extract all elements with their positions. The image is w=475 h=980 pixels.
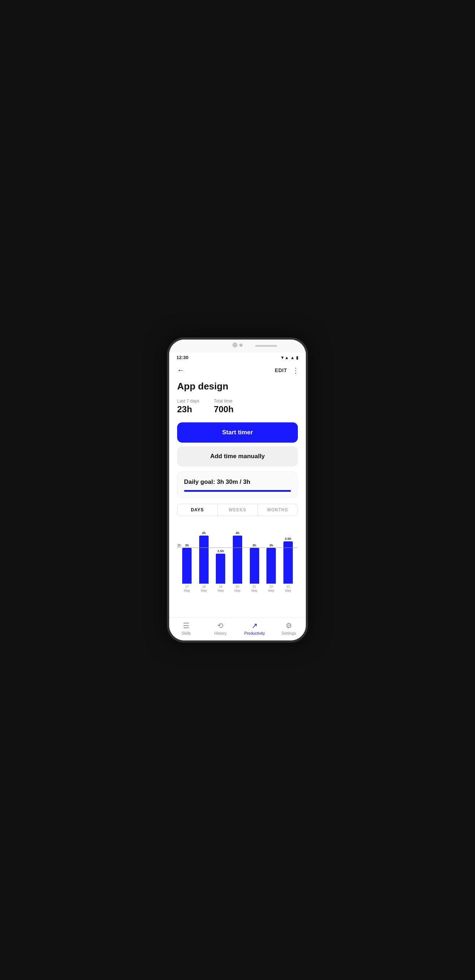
phone-top-bar <box>169 340 306 353</box>
edit-button[interactable]: EDIT <box>275 368 287 373</box>
bar-column: 3h17May <box>179 526 195 593</box>
bar-value-label: 3h <box>269 544 273 547</box>
skills-icon: ☰ <box>183 621 189 630</box>
header-actions: EDIT ⋮ <box>275 366 299 375</box>
nav-item-productivity[interactable]: ↗ Productivity <box>237 620 272 637</box>
add-time-manually-button[interactable]: Add time manually <box>177 446 298 466</box>
battery-icon: ▮ <box>296 355 299 360</box>
settings-icon: ⚙ <box>286 621 292 630</box>
bar-value-label: 4h <box>236 531 240 535</box>
content-area: App design Last 7 days 23h Total time 70… <box>169 377 306 617</box>
bar-date-label: 22May <box>268 585 274 593</box>
productivity-icon: ↗ <box>252 621 258 630</box>
camera-circle <box>232 342 237 347</box>
nav-item-history[interactable]: ⟲ History <box>203 620 238 637</box>
bar-column: 3.5h23May <box>280 526 296 593</box>
productivity-label: Productivity <box>245 631 265 635</box>
nav-item-skills[interactable]: ☰ Skills <box>169 620 203 637</box>
bar-rect <box>250 548 259 584</box>
signal-icon: ▲ <box>290 355 295 360</box>
bar-column: 2.5h19May <box>212 526 229 593</box>
bar-date-label: 20May <box>235 585 241 593</box>
bar-rect <box>199 536 208 584</box>
status-bar: 12:30 ▼▲ ▲ ▮ <box>169 353 306 362</box>
daily-goal-card: Daily goal: 3h 30m / 3h <box>177 472 298 498</box>
chart-goal-line: 3h <box>177 547 298 548</box>
camera-dot <box>239 344 243 347</box>
goal-progress-bar-fill <box>184 490 291 492</box>
bar-rect <box>267 548 276 584</box>
tab-months[interactable]: MONTHS <box>258 504 297 515</box>
skills-label: Skills <box>181 631 191 635</box>
top-pill <box>255 345 277 347</box>
total-time-stat: Total time 700h <box>214 399 234 414</box>
settings-label: Settings <box>281 631 296 635</box>
total-time-value: 700h <box>214 404 234 414</box>
chart-tabs: DAYS WEEKS MONTHS <box>177 504 298 516</box>
bar-rect <box>233 536 242 584</box>
status-icons: ▼▲ ▲ ▮ <box>280 355 299 360</box>
camera-area <box>232 342 243 347</box>
status-time: 12:30 <box>176 355 188 360</box>
bar-chart: 3h 3h17May4h18May2.5h19May4h20May3h21May… <box>177 520 298 593</box>
more-options-icon[interactable]: ⋮ <box>292 366 299 375</box>
bar-value-label: 3h <box>185 544 189 547</box>
bar-rect <box>216 554 225 584</box>
bar-date-label: 17May <box>184 585 190 593</box>
bar-date-label: 19May <box>218 585 224 593</box>
bar-column: 3h22May <box>263 526 280 593</box>
header-bar: ← EDIT ⋮ <box>169 362 306 377</box>
bar-date-label: 23May <box>285 585 291 593</box>
bar-column: 4h18May <box>195 526 213 593</box>
bar-column: 3h21May <box>246 526 263 593</box>
daily-goal-text: Daily goal: 3h 30m / 3h <box>184 479 291 486</box>
nav-item-settings[interactable]: ⚙ Settings <box>272 620 306 637</box>
last-seven-days-stat: Last 7 days 23h <box>177 399 199 414</box>
chart-goal-label: 3h <box>177 544 181 547</box>
back-button[interactable]: ← <box>176 364 186 376</box>
last-seven-days-value: 23h <box>177 404 199 414</box>
history-label: History <box>214 631 227 635</box>
goal-progress-bar-background <box>184 490 291 492</box>
start-timer-button[interactable]: Start timer <box>177 422 298 442</box>
bar-date-label: 18May <box>201 585 207 593</box>
total-time-label: Total time <box>214 399 234 404</box>
bottom-nav: ☰ Skills ⟲ History ↗ Productivity ⚙ Sett… <box>169 617 306 640</box>
bar-rect <box>182 548 192 584</box>
bar-value-label: 3.5h <box>285 537 291 541</box>
bar-value-label: 4h <box>202 531 206 535</box>
bar-value-label: 2.5h <box>217 549 224 553</box>
page-title: App design <box>177 381 298 392</box>
bar-date-label: 21May <box>251 585 257 593</box>
wifi-icon: ▼▲ <box>280 355 289 360</box>
history-icon: ⟲ <box>217 621 223 630</box>
tab-weeks[interactable]: WEEKS <box>218 504 258 515</box>
bar-column: 4h20May <box>229 526 246 593</box>
bars-container: 3h17May4h18May2.5h19May4h20May3h21May3h2… <box>179 520 296 593</box>
tab-days[interactable]: DAYS <box>178 504 218 515</box>
bar-value-label: 3h <box>252 544 256 547</box>
last-seven-days-label: Last 7 days <box>177 399 199 404</box>
phone-shell: 12:30 ▼▲ ▲ ▮ ← EDIT ⋮ App design Last 7 … <box>167 337 308 643</box>
stats-row: Last 7 days 23h Total time 700h <box>177 399 298 414</box>
